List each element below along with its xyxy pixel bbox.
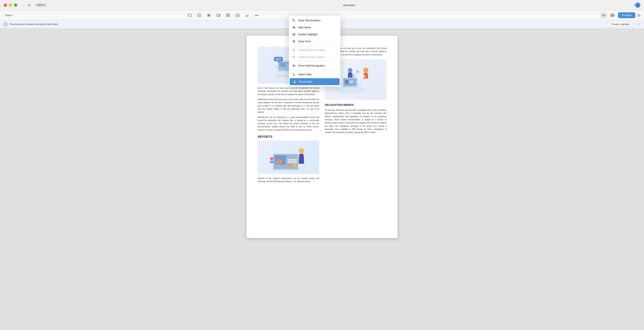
svg-point-30 [296,61,300,66]
preview-button[interactable]: Preview [618,12,635,18]
list-button[interactable] [225,12,231,18]
svg-point-71 [336,86,366,93]
avatar: 👤 [635,2,640,8]
close-window-button[interactable] [4,4,7,7]
grid-chevron-icon: ▾ [614,14,615,16]
tab-title: anamation [47,4,644,6]
svg-rect-20 [611,14,612,15]
sidebar-toggle-button[interactable]: ⊞ [27,3,31,7]
zoom-chevron: ▾ [44,4,45,6]
toolbar: Form ▾ [0,10,644,20]
svg-rect-41 [287,74,290,76]
minimize-window-button[interactable] [9,4,12,7]
svg-rect-53 [270,157,274,160]
pdf-content: you to inter layouts as those gra to see… [258,47,386,183]
document-area: you to inter layouts as those gra to see… [0,28,644,330]
svg-rect-27 [279,62,286,67]
titlebar: ‹ ⊞ 100% ▾ anamation + 👤 [0,0,644,10]
svg-rect-0 [188,14,191,16]
reports-title: REPORTS [258,134,319,139]
svg-point-4 [208,15,210,16]
svg-marker-12 [237,15,238,16]
zoom-control[interactable]: 100% ▾ [35,3,47,7]
svg-point-66 [348,68,352,72]
titlebar-right: 👤 [635,2,640,8]
svg-point-16 [258,15,258,16]
svg-rect-47 [280,160,282,164]
svg-rect-45 [276,161,277,164]
top-illustration [258,47,319,84]
infobar-close-button[interactable]: × [638,22,640,26]
right-column: you to inter layouts as those gra to see… [325,47,386,183]
svg-rect-55 [287,165,292,167]
disable-highlight-button[interactable]: Disable Highlight [608,22,633,26]
form-options-button[interactable]: ▾ [600,12,607,18]
right-body-text-1: you to inter layouts as those gra to see… [325,47,386,56]
form-chevron-icon: ▾ [13,14,14,16]
svg-line-50 [304,153,304,156]
svg-point-68 [353,75,355,77]
right-body-text-2: Oil and Gas industries must be able to d… [325,108,386,134]
svg-rect-23 [612,16,614,17]
svg-rect-33 [274,57,283,62]
text-field-button[interactable] [186,12,193,18]
form-options-chevron-icon: ▾ [605,14,606,16]
infobar-message: This document contains interactive form … [9,23,58,26]
grid-view-button[interactable]: ▾ [609,12,616,18]
svg-rect-61 [345,80,348,84]
svg-rect-63 [349,82,353,83]
maximize-window-button[interactable] [14,4,17,7]
svg-rect-56 [293,163,296,167]
svg-rect-65 [363,76,365,77]
media-button[interactable] [234,12,241,18]
radio-button-tool[interactable] [206,12,212,18]
toolbar-right: ▾ ▾ Preview ⊟ [600,12,640,18]
svg-point-64 [363,68,368,73]
pdf-page: you to inter layouts as those gra to see… [246,36,398,238]
svg-rect-39 [281,74,283,76]
svg-point-14 [255,15,256,16]
main-area: you to inter layouts as those gra to see… [0,28,644,330]
infobar: i This document contains interactive for… [0,20,644,28]
new-tab-button[interactable]: + [633,3,635,7]
svg-rect-52 [288,161,297,163]
traffic-lights [4,4,17,7]
toolbar-icons [186,12,260,18]
left-body-text-4: Analysis of the quarter's performance ca… [258,177,319,183]
svg-rect-22 [611,16,612,17]
bottom-illustration [258,141,319,174]
form-menu-button[interactable]: Form ▾ [4,13,16,18]
delegation-title: DELEGATION MEMOS [325,103,386,107]
svg-rect-40 [284,74,286,76]
left-column: you to inter layouts as those gra to see… [258,47,319,183]
form-label: Form [6,14,12,17]
svg-rect-21 [612,14,614,15]
sidebar-toggle-right-button[interactable]: ⊟ [638,13,640,17]
svg-rect-54 [270,160,274,163]
zoom-value: 100% [37,4,43,6]
window-controls: ‹ ⊞ [21,3,31,7]
left-body-text-1: you to inter layouts as those gra to see… [258,86,319,96]
svg-rect-38 [278,74,280,76]
checkbox-button[interactable] [196,12,202,18]
combo-button[interactable] [215,12,222,18]
svg-point-48 [299,148,304,154]
left-body-text-3: PDFElement can be delivered in a quick d… [258,116,319,132]
more-button[interactable] [253,12,260,18]
svg-point-15 [256,15,257,16]
svg-rect-29 [287,65,291,66]
right-illustration-top [325,59,386,100]
svg-rect-51 [288,159,297,160]
back-button[interactable]: ‹ [21,3,25,7]
signature-button[interactable] [244,12,250,18]
info-icon: i [4,22,7,26]
svg-point-70 [356,71,358,73]
left-body-text-2: attachments means that the person has to… [258,98,319,114]
svg-rect-62 [349,80,354,82]
svg-rect-2 [198,14,201,17]
svg-rect-28 [287,62,292,64]
svg-rect-46 [278,159,279,164]
